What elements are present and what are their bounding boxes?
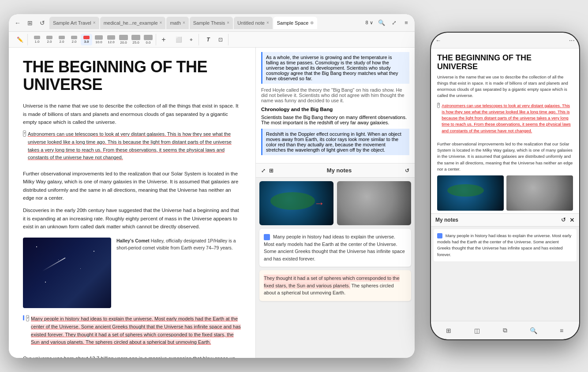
add-icon[interactable]: + (158, 34, 169, 45)
shrink-icon[interactable]: ⤢ (261, 167, 266, 174)
tab-label: Untitled note (237, 20, 265, 26)
tab-close[interactable]: × (266, 20, 269, 25)
highlighter-9[interactable]: 25.0 (130, 34, 142, 45)
highlighter-7[interactable]: 12.0 (105, 34, 117, 45)
pencil-icon[interactable]: ✏️ (14, 34, 26, 45)
earth-image: → (259, 181, 333, 225)
tab-sample-art-travel[interactable]: Sample Art Travel × (49, 17, 99, 29)
tab-close[interactable]: × (183, 20, 185, 25)
phone-notes-title: My notes (435, 217, 458, 223)
eraser-icon[interactable]: ⬜ (173, 34, 184, 45)
grid-view-icon[interactable]: ⊞ (269, 167, 273, 174)
tab-close[interactable]: × (227, 20, 229, 25)
highlighter-6[interactable]: 10.0 (93, 34, 105, 45)
highlighter-10[interactable]: 0.0 (142, 34, 154, 45)
selection-icon[interactable]: ⌖ (185, 34, 197, 45)
tab-untitled-note[interactable]: Untitled note × (234, 17, 273, 29)
annotated-para-1: T Astronomers can use telescopes to look… (23, 130, 241, 166)
undo-notes-icon[interactable]: ↺ (405, 167, 409, 174)
moon-image (337, 181, 411, 225)
annotated-text-1: Astronomers can use telescopes to look a… (28, 131, 232, 160)
image-section: Halley's Comet Halley, officially design… (23, 238, 241, 308)
highlighter-1[interactable]: 1.0 (31, 34, 43, 45)
tab-label: math (170, 20, 180, 26)
para-4: Discoveries in the early 20th century ha… (23, 206, 241, 231)
phone-annotated-para: T Astronomers can use telescopes to look… (437, 103, 573, 138)
phone-note-card-1: Many people in history had ideas to expl… (434, 229, 577, 261)
note-images: → (259, 181, 411, 225)
tool-group-extra: ⬜ ⌖ (171, 34, 199, 45)
highlighter-5[interactable]: 3.0 (81, 34, 92, 45)
phone-back-icon[interactable]: ← (435, 37, 441, 44)
phone-search-icon[interactable]: 🔍 (527, 324, 539, 337)
para-6: Our universe was born about 13.7 billion… (23, 354, 241, 358)
back-button[interactable]: ← (12, 18, 23, 28)
section-marker-blue (23, 315, 24, 320)
fullscreen-icon[interactable]: ⤢ (389, 18, 399, 28)
phone-content: Universe is the name that we use to desc… (431, 74, 579, 173)
phone-para-1: Universe is the name that we use to desc… (437, 74, 573, 99)
phone: ← ··· THE BEGINNING OF THE UNIVERSE Univ… (430, 32, 580, 340)
text-icon[interactable]: T (202, 34, 214, 45)
doc-title: THE BEGINNING OF THE UNIVERSE (23, 58, 241, 93)
tab-close[interactable]: × (93, 20, 96, 25)
annotation-marker-t: T (23, 130, 26, 137)
phone-para-3: Further observational improvements led t… (437, 141, 573, 172)
tab-sample-thesis[interactable]: Sample Thesis × (190, 17, 233, 29)
phone-menu-icon[interactable]: ≡ (555, 324, 568, 337)
highlighter-2[interactable]: 2.0 (44, 34, 55, 45)
phone-grid-icon[interactable]: ⊞ (442, 324, 455, 337)
menu-icon[interactable]: ≡ (401, 18, 411, 28)
right-para-3: Scientists base the Big Bang theory on m… (261, 115, 409, 125)
tool-group-text: T ⊡ (201, 34, 228, 45)
earth-moon-container: → (259, 181, 333, 225)
phone-copy-icon[interactable]: ⧉ (499, 324, 511, 337)
chronology-heading: Chronology and the Big Bang (261, 107, 409, 112)
note-marker-blue (264, 234, 270, 240)
phone-nav: ← (435, 37, 441, 44)
page-count: 8 ∨ (364, 18, 374, 28)
note-text-1: Many people in history had ideas to expl… (264, 234, 405, 261)
phone-notes-icons: ↺ ✕ (561, 216, 575, 223)
highlighter-3[interactable]: 2.0 (56, 34, 67, 45)
phone-close-icon[interactable]: ✕ (569, 216, 575, 223)
phone-undo-icon[interactable]: ↺ (561, 216, 566, 223)
tab-label: Sample Space (277, 20, 309, 26)
image-insert-icon[interactable]: ⊡ (215, 34, 226, 45)
tablet: ← ⊞ ↺ Sample Art Travel × medical_he...r… (9, 14, 415, 358)
note-card-1: Many people in history had ideas to expl… (259, 229, 411, 267)
tab-close[interactable]: ⊗ (310, 20, 314, 25)
red-arrow: → (314, 197, 325, 209)
top-bar: ← ⊞ ↺ Sample Art Travel × medical_he...r… (9, 14, 415, 32)
tool-group-pen: ✏️ (12, 34, 28, 45)
right-para-2: Fred Hoyle called the theory the "Big Ba… (261, 87, 409, 103)
phone-img-row (431, 173, 579, 213)
para-1: Universe is the name that we use to desc… (23, 102, 241, 126)
highlighter-8[interactable]: 20.0 (118, 34, 129, 45)
phone-note-text-1: Many people in history had ideas to expl… (437, 233, 571, 257)
tab-close[interactable]: × (160, 20, 162, 25)
content-area: THE BEGINNING OF THE UNIVERSE Universe i… (9, 48, 415, 358)
phone-moon-image (506, 175, 573, 211)
phone-more-icon[interactable]: ··· (569, 37, 575, 45)
highlight-strip-1: As a whole, the universe is growing and … (261, 52, 409, 84)
grid-button[interactable]: ⊞ (25, 18, 35, 28)
search-icon[interactable]: 🔍 (377, 18, 386, 28)
tab-label: medical_he...re_example (104, 20, 158, 26)
tab-math[interactable]: math × (166, 17, 188, 29)
phone-earth-image (437, 175, 504, 211)
comet-caption: Halley's Comet Halley, officially design… (116, 238, 241, 252)
phone-layers-icon[interactable]: ◫ (471, 324, 483, 337)
tab-medical[interactable]: medical_he...re_example × (100, 17, 166, 29)
highlighted-text: Many people in history had ideas to expl… (31, 316, 241, 345)
note-card-2: They thought it had a set of spheres whi… (259, 270, 411, 301)
notes-panel-header: ⤢ ⊞ My notes ↺ (256, 164, 415, 178)
phone-note-marker (437, 233, 442, 238)
highlighter-4[interactable]: 2.0 (68, 34, 80, 45)
annotated-para-2: T Many people in history had ideas to ex… (23, 315, 241, 350)
notes-panel-title: My notes (327, 167, 352, 174)
refresh-button[interactable]: ↺ (37, 18, 48, 28)
phone-notes-content: Many people in history had ideas to expl… (431, 227, 579, 321)
tab-sample-space[interactable]: Sample Space ⊗ (273, 17, 318, 29)
comet-caption-bold: Halley's Comet (116, 238, 150, 243)
